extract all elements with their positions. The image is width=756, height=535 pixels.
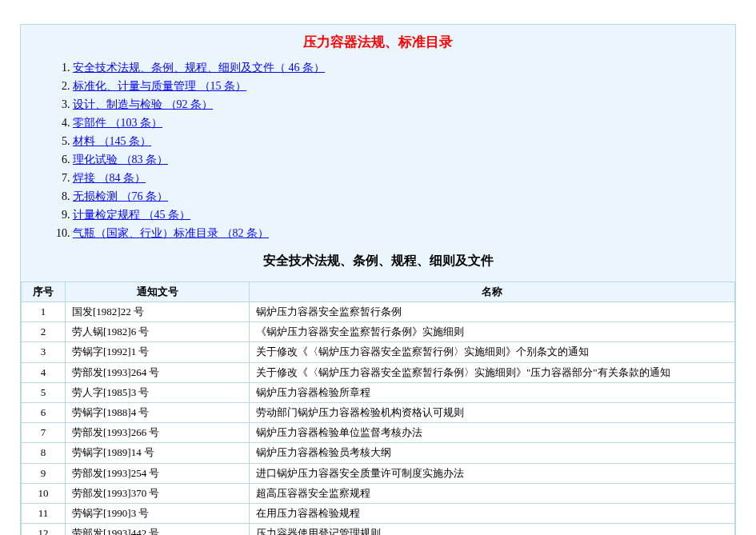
toc-link[interactable]: 设计、制造与检验 （92 条） xyxy=(73,98,213,110)
cell-seq: 4 xyxy=(22,362,66,382)
toc-item: 理化试验 （83 条） xyxy=(73,151,719,168)
cell-name: 锅炉压力容器检验所章程 xyxy=(250,382,735,402)
cell-doc: 劳人锅[1982]6 号 xyxy=(66,322,250,342)
cell-seq: 12 xyxy=(22,524,66,535)
toc-link[interactable]: 材料 （145 条） xyxy=(73,135,151,147)
cell-doc: 劳锅字[1989]14 号 xyxy=(66,443,250,463)
cell-doc: 劳部发[1993]370 号 xyxy=(66,483,250,503)
cell-doc: 劳锅字[1990]3 号 xyxy=(66,503,250,523)
cell-seq: 8 xyxy=(22,443,66,463)
cell-name: 进口锅炉压力容器安全质量许可制度实施办法 xyxy=(250,463,735,483)
toc-link[interactable]: 焊接 （84 条） xyxy=(73,172,146,184)
table-row: 4 劳部发[1993]264 号 关于修改《〈锅炉压力容器安全监察暂行条例〉实施… xyxy=(22,362,735,382)
table-row: 2 劳人锅[1982]6 号 《锅炉压力容器安全监察暂行条例》实施细则 xyxy=(22,322,735,342)
toc-item: 焊接 （84 条） xyxy=(73,170,719,186)
regulations-table: 序号 通知文号 名称 1 国发[1982]22 号 锅炉压力容器安全监察暂行条例… xyxy=(21,281,735,535)
toc-link[interactable]: 标准化、计量与质量管理 （15 条） xyxy=(73,80,246,92)
cell-seq: 7 xyxy=(22,423,66,443)
toc-item: 计量检定规程 （45 条） xyxy=(73,206,719,223)
toc-link[interactable]: 安全技术法规、条例、规程、细则及文件（ 46 条） xyxy=(73,62,325,74)
toc-link[interactable]: 计量检定规程 （45 条） xyxy=(73,209,190,221)
cell-seq: 2 xyxy=(22,322,66,342)
cell-doc: 劳部发[1993]442 号 xyxy=(66,524,250,535)
top-section: 压力容器法规、标准目录 安全技术法规、条例、规程、细则及文件（ 46 条） 标准… xyxy=(21,25,735,281)
cell-doc: 劳锅字[1992]1 号 xyxy=(66,342,250,362)
toc-item: 设计、制造与检验 （92 条） xyxy=(73,96,719,113)
table-row: 11 劳锅字[1990]3 号 在用压力容器检验规程 xyxy=(22,503,735,523)
cell-name: 关于修改《〈锅炉压力容器安全监察暂行例〉实施细则》个别条文的通知 xyxy=(250,342,735,362)
table-row: 6 劳锅字[1988]4 号 劳动部门锅炉压力容器检验机构资格认可规则 xyxy=(22,402,735,422)
toc-link[interactable]: 理化试验 （83 条） xyxy=(73,154,168,166)
toc-link[interactable]: 气瓶（国家、行业）标准目录 （82 条） xyxy=(73,227,269,239)
toc-link[interactable]: 零部件 （103 条） xyxy=(73,117,162,129)
cell-seq: 6 xyxy=(22,402,66,422)
cell-doc: 劳部发[1993]264 号 xyxy=(66,362,250,382)
cell-doc: 劳部发[1993]254 号 xyxy=(66,463,250,483)
cell-name: 锅炉压力容器检验员考核大纲 xyxy=(250,443,735,463)
cell-name: 在用压力容器检验规程 xyxy=(250,503,735,523)
toc-item: 无损检测 （76 条） xyxy=(73,188,719,205)
cell-name: 超高压容器安全监察规程 xyxy=(250,483,735,503)
toc-item: 气瓶（国家、行业）标准目录 （82 条） xyxy=(73,225,719,242)
cell-seq: 3 xyxy=(22,342,66,362)
cell-seq: 9 xyxy=(22,463,66,483)
cell-name: 关于修改《〈锅炉压力容器安全监察暂行条例〉实施细则》"压力容器部分"有关条款的通… xyxy=(250,362,735,382)
cell-name: 《锅炉压力容器安全监察暂行条例》实施细则 xyxy=(250,322,735,342)
table-row: 3 劳锅字[1992]1 号 关于修改《〈锅炉压力容器安全监察暂行例〉实施细则》… xyxy=(22,342,735,362)
table-row: 5 劳人字[1985]3 号 锅炉压力容器检验所章程 xyxy=(22,382,735,402)
cell-doc: 劳锅字[1988]4 号 xyxy=(66,402,250,422)
cell-seq: 11 xyxy=(22,503,66,523)
cell-seq: 1 xyxy=(22,302,66,322)
header-doc: 通知文号 xyxy=(66,282,250,302)
table-row: 10 劳部发[1993]370 号 超高压容器安全监察规程 xyxy=(22,483,735,503)
toc-item: 标准化、计量与质量管理 （15 条） xyxy=(73,78,719,94)
table-row: 8 劳锅字[1989]14 号 锅炉压力容器检验员考核大纲 xyxy=(22,443,735,463)
toc-item: 零部件 （103 条） xyxy=(73,114,719,131)
toc-link[interactable]: 无损检测 （76 条） xyxy=(73,190,168,202)
table-row: 12 劳部发[1993]442 号 压力容器使用登记管理规则 xyxy=(22,524,735,535)
table-row: 9 劳部发[1993]254 号 进口锅炉压力容器安全质量许可制度实施办法 xyxy=(22,463,735,483)
document-container: 压力容器法规、标准目录 安全技术法规、条例、规程、细则及文件（ 46 条） 标准… xyxy=(20,24,736,535)
cell-seq: 10 xyxy=(22,483,66,503)
cell-name: 锅炉压力容器安全监察暂行条例 xyxy=(250,302,735,322)
table-row: 7 劳部发[1993]266 号 锅炉压力容器检验单位监督考核办法 xyxy=(22,423,735,443)
cell-name: 压力容器使用登记管理规则 xyxy=(250,524,735,535)
cell-seq: 5 xyxy=(22,382,66,402)
header-seq: 序号 xyxy=(22,282,66,302)
cell-name: 锅炉压力容器检验单位监督考核办法 xyxy=(250,423,735,443)
section-subtitle: 安全技术法规、条例、规程、细则及文件 xyxy=(37,253,719,269)
toc-item: 安全技术法规、条例、规程、细则及文件（ 46 条） xyxy=(73,59,719,76)
document-title: 压力容器法规、标准目录 xyxy=(37,33,719,51)
cell-doc: 国发[1982]22 号 xyxy=(66,302,250,322)
cell-doc: 劳人字[1985]3 号 xyxy=(66,382,250,402)
cell-name: 劳动部门锅炉压力容器检验机构资格认可规则 xyxy=(250,402,735,422)
table-row: 1 国发[1982]22 号 锅炉压力容器安全监察暂行条例 xyxy=(22,302,735,322)
table-header-row: 序号 通知文号 名称 xyxy=(22,282,735,302)
header-name: 名称 xyxy=(250,282,735,302)
table-of-contents: 安全技术法规、条例、规程、细则及文件（ 46 条） 标准化、计量与质量管理 （1… xyxy=(37,59,719,242)
cell-doc: 劳部发[1993]266 号 xyxy=(66,423,250,443)
toc-item: 材料 （145 条） xyxy=(73,133,719,150)
